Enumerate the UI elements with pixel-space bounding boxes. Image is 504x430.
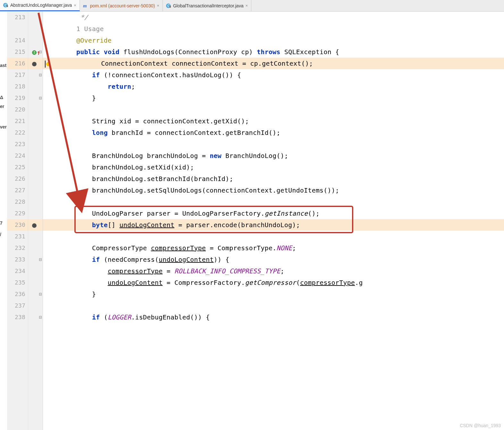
- fold-close-icon[interactable]: ⊟: [39, 288, 42, 300]
- gutter-mark-cell[interactable]: [28, 219, 43, 231]
- line-number[interactable]: 213: [7, 12, 28, 23]
- code-line[interactable]: undoLogContent = CompressorFactory.getCo…: [43, 277, 504, 288]
- code-line[interactable]: byte[] undoLogContent = parser.encode(br…: [43, 219, 504, 231]
- line-number[interactable]: 226: [7, 173, 28, 185]
- code-line[interactable]: }: [43, 92, 504, 104]
- line-number[interactable]: 216: [7, 58, 28, 69]
- code-line[interactable]: branchUndoLog.setBranchId(branchId);: [43, 173, 504, 185]
- code-area[interactable]: */ 1 Usage @Override public void flushUn…: [43, 12, 504, 430]
- gutter-mark-cell[interactable]: [28, 300, 43, 311]
- fold-open-icon[interactable]: ⊟: [39, 311, 42, 323]
- override-icon[interactable]: I: [32, 50, 37, 55]
- line-number[interactable]: 223: [7, 138, 28, 150]
- gutter-mark-cell[interactable]: ⊟: [28, 69, 43, 81]
- line-number[interactable]: 225: [7, 161, 28, 173]
- tab-abstract-undo-log-manager[interactable]: C AbstractUndoLogManager.java ×: [0, 0, 80, 11]
- gutter-mark-cell[interactable]: [28, 23, 43, 35]
- line-number[interactable]: 217: [7, 69, 28, 81]
- gutter-mark-cell[interactable]: [28, 185, 43, 196]
- code-line[interactable]: [43, 104, 504, 115]
- fold-close-icon[interactable]: ⊟: [39, 92, 42, 104]
- gutter-mark-cell[interactable]: [28, 277, 43, 288]
- code-line[interactable]: }: [43, 288, 504, 300]
- gutter-mark-cell[interactable]: ⊟: [28, 254, 43, 265]
- gutter-mark-cell[interactable]: [28, 265, 43, 277]
- gutter-mark-cell[interactable]: [28, 104, 43, 115]
- line-number[interactable]: 230: [7, 219, 28, 231]
- gutter-mark-cell[interactable]: [28, 150, 43, 161]
- line-number[interactable]: 219: [7, 92, 28, 104]
- line-number[interactable]: 231: [7, 231, 28, 242]
- code-line[interactable]: branchUndoLog.setSqlUndoLogs(connectionC…: [43, 185, 504, 196]
- code-line[interactable]: return;: [43, 81, 504, 92]
- fold-open-icon[interactable]: ⊟: [39, 69, 42, 81]
- line-number[interactable]: 228: [7, 196, 28, 208]
- code-line[interactable]: [43, 196, 504, 208]
- line-number[interactable]: 221: [7, 115, 28, 127]
- fold-open-icon[interactable]: ⊟: [39, 254, 42, 265]
- line-number[interactable]: 220: [7, 104, 28, 115]
- line-number[interactable]: 238: [7, 311, 28, 323]
- code-line[interactable]: if (LOGGER.isDebugEnabled()) {: [43, 311, 504, 323]
- line-number[interactable]: 237: [7, 300, 28, 311]
- line-number[interactable]: 236: [7, 288, 28, 300]
- code-line[interactable]: public void flushUndoLogs(ConnectionProx…: [43, 46, 504, 58]
- code-line[interactable]: if (needCompress(undoLogContent)) {: [43, 254, 504, 265]
- breakpoint-icon[interactable]: [32, 62, 37, 66]
- line-number[interactable]: 222: [7, 127, 28, 138]
- gutter-marks[interactable]: I↑⊟ ⊟ ⊟ ⊟ ⊟ ⊟: [28, 12, 43, 430]
- code-line[interactable]: [43, 231, 504, 242]
- tab-pom-xml[interactable]: m pom.xml (account-server-50030) ×: [80, 0, 163, 11]
- line-number[interactable]: 229: [7, 208, 28, 219]
- line-number[interactable]: 232: [7, 242, 28, 254]
- close-icon[interactable]: ×: [74, 3, 76, 8]
- gutter-mark-cell[interactable]: [28, 242, 43, 254]
- line-number[interactable]: 233: [7, 254, 28, 265]
- breakpoint-icon[interactable]: [32, 223, 37, 228]
- line-number[interactable]: [7, 23, 28, 35]
- intention-bulb-icon[interactable]: [46, 62, 50, 66]
- line-number[interactable]: 214: [7, 35, 28, 46]
- gutter-mark-cell[interactable]: [28, 196, 43, 208]
- code-line[interactable]: */: [43, 12, 504, 23]
- line-number[interactable]: 234: [7, 265, 28, 277]
- code-line[interactable]: 1 Usage: [43, 23, 504, 35]
- gutter-mark-cell[interactable]: [28, 58, 43, 69]
- line-number[interactable]: 215: [7, 46, 28, 58]
- code-line[interactable]: if (!connectionContext.hasUndoLog()) {: [43, 69, 504, 81]
- line-number-gutter[interactable]: 2132142152162172182192202212222232242252…: [7, 12, 28, 430]
- gutter-mark-cell[interactable]: [28, 161, 43, 173]
- code-line[interactable]: UndoLogParser parser = UndoLogParserFact…: [43, 208, 504, 219]
- gutter-mark-cell[interactable]: ⊟: [28, 288, 43, 300]
- gutter-mark-cell[interactable]: ⊟: [28, 311, 43, 323]
- gutter-mark-cell[interactable]: ⊟: [28, 92, 43, 104]
- gutter-mark-cell[interactable]: [28, 138, 43, 150]
- code-editor[interactable]: astΔerver7/ 2132142152162172182192202212…: [0, 12, 504, 430]
- tab-global-transactional-interceptor[interactable]: C GlobalTransactionalInterceptor.java ×: [163, 0, 251, 11]
- close-icon[interactable]: ×: [157, 3, 159, 8]
- code-line[interactable]: @Override: [43, 35, 504, 46]
- line-number[interactable]: 235: [7, 277, 28, 288]
- fold-open-icon[interactable]: ⊟: [39, 46, 42, 58]
- gutter-mark-cell[interactable]: [28, 81, 43, 92]
- line-number[interactable]: 227: [7, 185, 28, 196]
- code-line[interactable]: BranchUndoLog branchUndoLog = new Branch…: [43, 150, 504, 161]
- gutter-mark-cell[interactable]: [28, 115, 43, 127]
- code-line[interactable]: [43, 138, 504, 150]
- gutter-mark-cell[interactable]: [28, 127, 43, 138]
- gutter-mark-cell[interactable]: [28, 173, 43, 185]
- code-line[interactable]: branchUndoLog.setXid(xid);: [43, 161, 504, 173]
- gutter-mark-cell[interactable]: [28, 35, 43, 46]
- code-line[interactable]: String xid = connectionContext.getXid();: [43, 115, 504, 127]
- gutter-mark-cell[interactable]: [28, 208, 43, 219]
- close-icon[interactable]: ×: [245, 3, 248, 8]
- gutter-mark-cell[interactable]: I↑⊟: [28, 46, 43, 58]
- line-number[interactable]: 224: [7, 150, 28, 161]
- gutter-mark-cell[interactable]: [28, 231, 43, 242]
- line-number[interactable]: 218: [7, 81, 28, 92]
- code-line[interactable]: CompressorType compressorType = Compress…: [43, 242, 504, 254]
- code-line[interactable]: [43, 300, 504, 311]
- code-line[interactable]: compressorType = ROLLBACK_INFO_COMPRESS_…: [43, 265, 504, 277]
- gutter-mark-cell[interactable]: [28, 12, 43, 23]
- code-line[interactable]: long branchId = connectionContext.getBra…: [43, 127, 504, 138]
